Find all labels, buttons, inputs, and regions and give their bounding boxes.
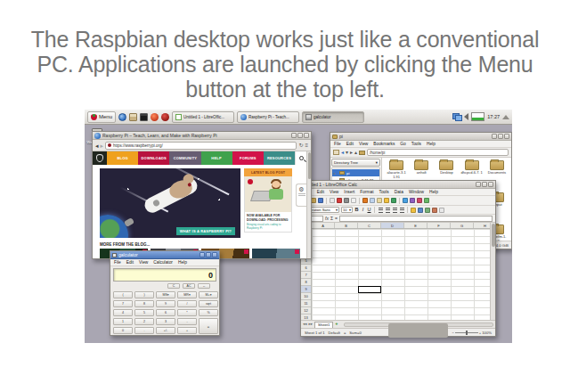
volume-icon[interactable]	[464, 113, 468, 120]
add-decimal-icon[interactable]	[425, 208, 430, 213]
up-icon[interactable]: ▴	[354, 150, 357, 155]
calculator-button[interactable]: /	[177, 300, 197, 307]
zoom-slider[interactable]	[455, 332, 478, 333]
currency-icon[interactable]	[411, 208, 416, 213]
formula-icon[interactable]: =	[335, 216, 338, 221]
site-nav-item[interactable]: DOWNLOADS	[138, 151, 169, 165]
calculator-button[interactable]: .	[134, 327, 154, 334]
menu-item[interactable]: View	[330, 190, 338, 194]
chart-icon[interactable]	[417, 198, 422, 203]
site-nav-item[interactable]: HELP	[201, 151, 232, 165]
task-button-browser[interactable]: Raspberry Pi - Teach...	[237, 111, 299, 123]
calculator-button[interactable]: 6	[156, 309, 175, 316]
forward-icon[interactable]: ▸	[350, 150, 353, 155]
blog-post-title[interactable]: NOW AVAILABLE FOR DOWNLOAD: PROCESSING	[245, 212, 291, 223]
selected-cell[interactable]	[358, 286, 381, 293]
new-tab-icon[interactable]	[333, 150, 339, 155]
formula-input[interactable]	[339, 216, 493, 222]
task-button-libreoffice[interactable]: Untitled 1 - LibreOffic...	[172, 111, 234, 123]
menu-item[interactable]: Insert	[344, 190, 354, 194]
scrollbar-thumb[interactable]	[308, 152, 311, 179]
calculator-button[interactable]: 7	[113, 300, 133, 307]
zoom-in-icon[interactable]: +	[479, 331, 481, 335]
calculator-button[interactable]: 8	[134, 300, 154, 307]
row-header[interactable]: 13	[301, 314, 311, 320]
close-button[interactable]	[504, 134, 509, 139]
calculator-button[interactable]: M+▾	[199, 291, 218, 298]
forward-icon[interactable]: ▸	[101, 143, 104, 149]
calculator-button[interactable]: +/-	[156, 327, 175, 334]
browser-titlebar[interactable]: Raspberry Pi – Teach, Learn, and Make wi…	[93, 132, 311, 140]
calculator-button[interactable]: 0	[113, 327, 133, 334]
underline-icon[interactable]: U	[367, 208, 371, 213]
undo-icon[interactable]	[384, 198, 389, 203]
zoom-out-icon[interactable]: −	[452, 331, 453, 335]
last-sheet-icon[interactable]: ▸▸	[309, 323, 314, 327]
minimize-button[interactable]	[492, 134, 497, 139]
menu-item[interactable]: Help	[178, 260, 187, 265]
latest-blog-card[interactable]: LATEST BLOG POST NOW AVAILABLE FOR DOWNL…	[244, 168, 292, 238]
cells[interactable]	[312, 229, 490, 320]
paste-icon[interactable]	[377, 198, 382, 203]
menu-item[interactable]: Edit	[126, 260, 134, 265]
percent-icon[interactable]	[418, 208, 423, 213]
column-header[interactable]: D	[381, 223, 404, 228]
what-is-raspberrypi-button[interactable]: WHAT IS A RASPBERRY PI?	[176, 227, 235, 235]
site-nav-item[interactable]: COMMUNITY	[169, 151, 200, 165]
horizontal-scrollbar[interactable]	[344, 323, 493, 327]
menu-item[interactable]: File	[334, 142, 341, 146]
wolfram-launcher-icon[interactable]	[161, 113, 169, 121]
history-dropdown-icon[interactable]: ▾	[346, 150, 348, 155]
print-preview-icon[interactable]	[351, 198, 356, 203]
calc-titlebar[interactable]: Untitled 1 - LibreOffice Calc	[301, 181, 495, 189]
menu-item[interactable]: Go	[400, 142, 405, 146]
calculator-button[interactable]: *	[177, 309, 197, 316]
row-header[interactable]: 10	[301, 293, 311, 300]
calculator-button[interactable]: sqrt	[199, 300, 218, 307]
column-header[interactable]: F	[428, 223, 451, 228]
align-justify-icon[interactable]	[399, 208, 404, 213]
tree-item[interactable]: ▸ pi	[332, 169, 379, 176]
minimize-button[interactable]	[291, 133, 297, 138]
email-icon[interactable]	[330, 198, 335, 203]
calculator-button[interactable]: C	[167, 283, 180, 289]
calculator-button[interactable]: )	[134, 291, 154, 298]
browser-scrollbar[interactable]	[306, 151, 311, 258]
row-header[interactable]: 6	[301, 265, 311, 272]
refresh-icon[interactable]: ↻	[298, 143, 303, 148]
column-header[interactable]: C	[358, 223, 381, 228]
menu-item[interactable]: Tools	[379, 190, 389, 194]
row-header[interactable]: 8	[301, 279, 311, 286]
terminal-launcher-icon[interactable]	[140, 113, 148, 121]
align-right-icon[interactable]	[392, 208, 397, 213]
menu-item[interactable]: View	[359, 142, 368, 146]
row-header[interactable]: 12	[301, 307, 311, 314]
calculator-button[interactable]: 5	[134, 309, 154, 316]
minimize-button[interactable]	[476, 182, 481, 187]
scrollbar-thumb[interactable]	[388, 323, 448, 338]
address-bar[interactable]: https://www.raspberrypi.org/	[105, 142, 297, 150]
maximize-button[interactable]	[206, 252, 211, 257]
row-header[interactable]: 9	[301, 286, 311, 293]
home-icon[interactable]	[359, 151, 365, 155]
calculator-button[interactable]: +	[177, 327, 197, 334]
menu-item[interactable]: View	[139, 260, 148, 265]
calculator-button[interactable]: 2	[134, 318, 154, 325]
raspberrypi-logo[interactable]	[93, 151, 107, 165]
equals-button[interactable]: =	[199, 318, 218, 334]
function-wizard-icon[interactable]: fx	[325, 216, 329, 221]
file-manager-titlebar[interactable]: pi	[330, 133, 511, 141]
path-field[interactable]: /home/pi	[367, 149, 509, 156]
scrollbar-thumb[interactable]	[492, 224, 495, 247]
menu-item[interactable]: File	[114, 260, 121, 265]
blog-thumbnail[interactable]	[252, 249, 300, 258]
cut-icon[interactable]	[362, 198, 368, 203]
align-center-icon[interactable]	[385, 208, 390, 213]
site-nav-item[interactable]: BLOG	[107, 151, 138, 165]
calculator-button[interactable]: %	[199, 309, 218, 316]
calculator-button[interactable]: 3	[156, 318, 175, 325]
column-header[interactable]: B	[335, 223, 358, 228]
menu-button[interactable]: Menu	[87, 111, 116, 123]
mathematica-launcher-icon[interactable]	[151, 113, 159, 121]
back-icon[interactable]: ◂	[95, 143, 99, 149]
